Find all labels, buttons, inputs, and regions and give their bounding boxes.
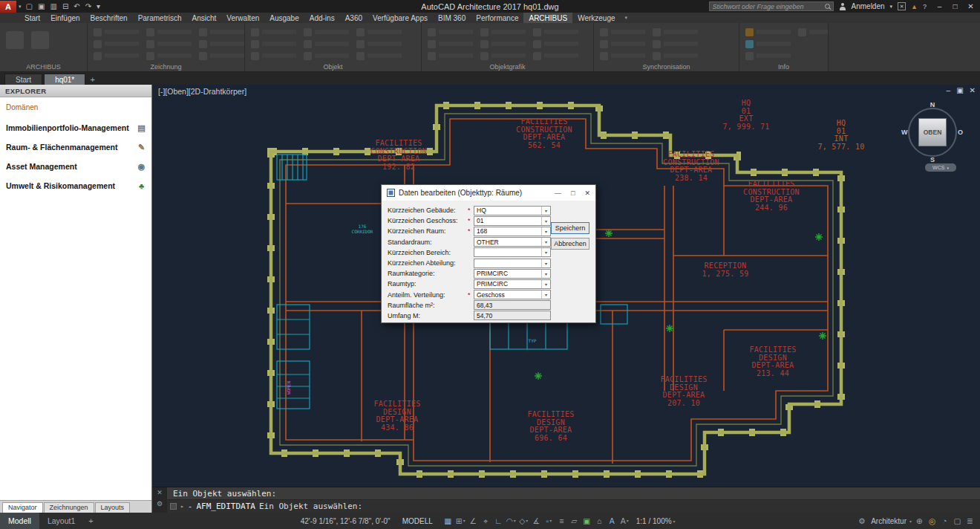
ribbon-item[interactable] bbox=[653, 27, 698, 36]
explorer-item-umwelt-risikomanagement[interactable]: Umwelt & Risikomanagement♣ bbox=[6, 176, 147, 195]
new-drawing-tab-button[interactable]: + bbox=[87, 74, 98, 85]
polar-tracking-icon[interactable]: ◠▾ bbox=[505, 513, 517, 529]
help-icon[interactable]: ? bbox=[923, 3, 927, 10]
viewcube-top-face[interactable]: OBEN bbox=[918, 118, 947, 146]
dialog-field-combo[interactable]: PRIMCIRC▾ bbox=[474, 269, 551, 279]
dialog-field-combo[interactable]: OTHER▾ bbox=[474, 237, 551, 247]
viewcube-west[interactable]: W bbox=[901, 129, 908, 136]
menu-tab-bim-360[interactable]: BIM 360 bbox=[433, 13, 471, 23]
ribbon-item[interactable] bbox=[745, 51, 791, 60]
ribbon-item[interactable] bbox=[428, 39, 473, 48]
menu-tab-verf-gbare-apps[interactable]: Verfügbare Apps bbox=[368, 13, 433, 23]
viewcube-east[interactable]: O bbox=[958, 129, 963, 136]
signin-label[interactable]: Anmelden bbox=[852, 2, 885, 10]
drawing-canvas[interactable]: [-][Oben][2D-Drahtkörper] –▣✕ bbox=[152, 85, 980, 487]
file-tab-hq01[interactable]: hq01* bbox=[44, 74, 85, 85]
workspace-label[interactable]: Architektur bbox=[871, 517, 906, 525]
isodraft-icon[interactable]: ◇▾ bbox=[517, 513, 530, 529]
object-snap-tracking-icon[interactable]: ∡ bbox=[530, 513, 543, 529]
lineweight-icon[interactable]: ≡ bbox=[555, 513, 568, 529]
dialog-close-icon[interactable]: ✕ bbox=[584, 189, 590, 197]
plot-icon[interactable]: ⊟ bbox=[60, 1, 71, 13]
customization-icon[interactable]: ≣ bbox=[964, 513, 976, 529]
3d-object-snap-icon[interactable]: ⌂ bbox=[593, 513, 606, 529]
annotation-autoscale-icon[interactable]: A▾ bbox=[618, 513, 631, 529]
model-tab[interactable]: Modell bbox=[0, 513, 39, 529]
undo-icon[interactable]: ↶ bbox=[71, 1, 82, 13]
clean-screen-icon[interactable]: ▢ bbox=[951, 513, 964, 529]
combo-arrow-icon[interactable]: ▾ bbox=[541, 291, 550, 299]
ribbon-item[interactable] bbox=[94, 27, 139, 36]
menu-tab-performance[interactable]: Performance bbox=[471, 13, 523, 23]
minimize-icon[interactable]: – bbox=[932, 0, 947, 13]
menu-tab-verwalten[interactable]: Verwalten bbox=[221, 13, 264, 23]
ribbon-item[interactable] bbox=[251, 51, 296, 60]
vp-restore-icon[interactable]: ▣ bbox=[956, 86, 963, 94]
explorer-tab-layouts[interactable]: Layouts bbox=[95, 502, 131, 513]
ribbon-item[interactable] bbox=[6, 27, 24, 53]
signin-caret-icon[interactable]: ▾ bbox=[890, 4, 893, 10]
menu-tab-einf-gen[interactable]: Einfügen bbox=[45, 13, 85, 23]
ribbon-item[interactable] bbox=[653, 51, 698, 60]
menu-tab-werkzeuge[interactable]: Werkzeuge bbox=[572, 13, 620, 23]
explorer-item-immobilienportfolio-management[interactable]: Immobilienportfolio-Management▤ bbox=[6, 118, 147, 137]
menu-tab-parametrisch[interactable]: Parametrisch bbox=[133, 13, 187, 23]
object-snap-icon[interactable]: ▫▾ bbox=[543, 513, 555, 529]
combo-arrow-icon[interactable]: ▾ bbox=[541, 238, 550, 246]
dialog-title-bar[interactable]: Daten bearbeiten (Objekttyp: Räume) —□✕ bbox=[382, 185, 595, 201]
ribbon-item[interactable] bbox=[356, 39, 402, 48]
ribbon-item[interactable] bbox=[480, 27, 526, 36]
search-icon[interactable] bbox=[825, 4, 830, 9]
command-prompt-line[interactable]: ▸ - AFM_EDITDATA Ein Objekt auswählen: bbox=[167, 500, 980, 513]
qat-menu-icon[interactable]: ▾ bbox=[94, 1, 102, 13]
ribbon-item[interactable] bbox=[356, 51, 402, 60]
dialog-field-combo[interactable]: HQ▾ bbox=[474, 206, 551, 215]
ribbon-item[interactable] bbox=[94, 39, 139, 48]
dialog-minimize-icon[interactable]: — bbox=[555, 189, 561, 197]
ribbon-item[interactable] bbox=[480, 39, 526, 48]
dialog-field-combo[interactable]: PRIMCIRC▾ bbox=[474, 279, 551, 289]
annotation-scale-control[interactable]: 1:1 / 100%▾ bbox=[636, 517, 676, 525]
ribbon-item[interactable] bbox=[304, 51, 349, 60]
menu-tab-ausgabe[interactable]: Ausgabe bbox=[264, 13, 304, 23]
dialog-field-combo[interactable]: ▾ bbox=[474, 247, 551, 257]
ribbon-item[interactable] bbox=[31, 27, 49, 53]
layout1-tab[interactable]: Layout1 bbox=[39, 513, 83, 529]
model-space-toggle[interactable]: MODELL bbox=[402, 517, 433, 525]
menu-tab-archibus[interactable]: ARCHIBUS bbox=[523, 13, 572, 23]
dialog-field-combo[interactable]: Geschoss▾ bbox=[474, 290, 551, 299]
ribbon-item[interactable] bbox=[428, 51, 473, 60]
snap-icon[interactable]: ⊞▾ bbox=[454, 513, 467, 529]
explorer-item-asset-management[interactable]: Asset Management◉ bbox=[6, 157, 147, 176]
ribbon-item[interactable] bbox=[600, 27, 645, 36]
save-button[interactable]: Speichern bbox=[551, 222, 589, 234]
combo-arrow-icon[interactable]: ▾ bbox=[541, 207, 550, 215]
menu-tab-a360[interactable]: A360 bbox=[340, 13, 368, 23]
vp-minimize-icon[interactable]: – bbox=[947, 86, 951, 94]
menu-tab-start[interactable]: Start bbox=[19, 13, 45, 23]
help-search[interactable] bbox=[709, 1, 834, 11]
ribbon-item[interactable] bbox=[199, 27, 244, 36]
viewcube[interactable]: N S W O OBEN bbox=[903, 103, 962, 162]
exchange-apps-icon[interactable]: ✕ bbox=[898, 2, 906, 10]
ribbon-item[interactable] bbox=[199, 39, 244, 48]
dialog-maximize-icon[interactable]: □ bbox=[571, 189, 575, 197]
ribbon-item[interactable] bbox=[146, 39, 192, 48]
ribbon-item[interactable] bbox=[94, 51, 139, 60]
transparency-icon[interactable]: ▱ bbox=[568, 513, 581, 529]
annotation-visibility-icon[interactable]: A bbox=[606, 513, 618, 529]
ortho-icon[interactable]: ∟ bbox=[492, 513, 505, 529]
explorer-item-raum-fl-chenmanagement[interactable]: Raum- & Flächenmanagement✎ bbox=[6, 137, 147, 157]
command-line[interactable]: ✕ ⚙ Ein Objekt auswählen: ▸ - AFM_EDITDA… bbox=[152, 487, 980, 513]
combo-arrow-icon[interactable]: ▾ bbox=[541, 227, 550, 236]
viewcube-wcs-menu[interactable]: WCS▾ bbox=[925, 163, 956, 172]
menu-tab-add-ins[interactable]: Add-ins bbox=[304, 13, 340, 23]
annotation-monitor-icon[interactable]: ⊕ bbox=[913, 513, 926, 529]
new-layout-button[interactable]: + bbox=[83, 516, 98, 525]
combo-arrow-icon[interactable]: ▾ bbox=[541, 217, 550, 225]
combo-arrow-icon[interactable]: ▾ bbox=[541, 259, 550, 267]
selection-cycling-icon[interactable]: ▣ bbox=[581, 513, 593, 529]
command-customize-icon[interactable]: ⚙ bbox=[157, 500, 163, 507]
menu-tab-ansicht[interactable]: Ansicht bbox=[187, 13, 222, 23]
save-icon[interactable]: ▥ bbox=[48, 1, 59, 13]
